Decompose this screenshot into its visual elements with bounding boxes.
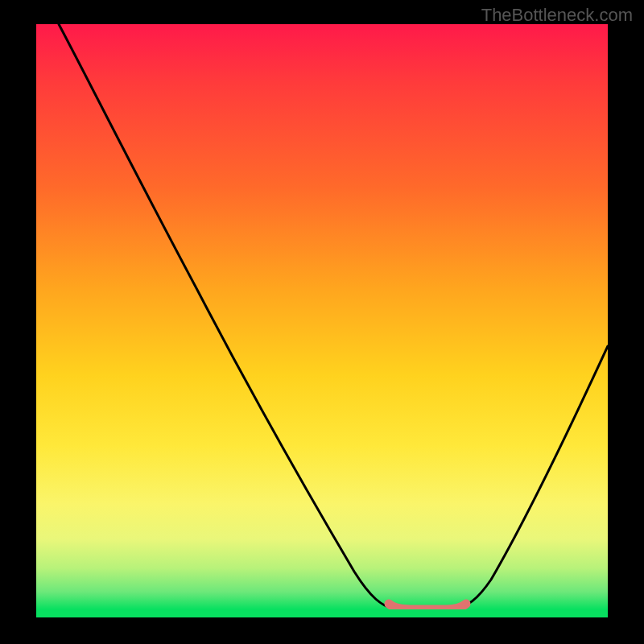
bottleneck-curve xyxy=(59,24,608,609)
baseline-strip xyxy=(36,609,608,617)
chart-svg xyxy=(36,24,608,609)
watermark-text: TheBottleneck.com xyxy=(481,5,633,26)
optimal-range-highlight xyxy=(389,604,466,609)
chart-plot-area xyxy=(36,24,608,609)
